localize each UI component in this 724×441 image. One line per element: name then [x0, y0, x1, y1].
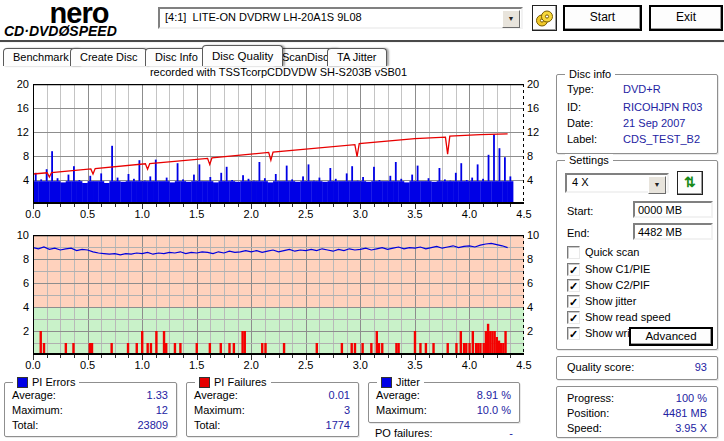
pi-errors-legend-label: PI Errors — [32, 376, 75, 388]
tab-disc-quality[interactable]: Disc Quality — [202, 45, 283, 66]
chevron-down-icon[interactable]: ▼ — [502, 10, 520, 28]
chevron-down-icon[interactable]: ▼ — [648, 176, 666, 194]
po-failures-value: - — [509, 427, 513, 439]
recorded-with-label: recorded with TSSTcorpCDDVDW SH-S203B vS… — [33, 66, 524, 78]
speed-value: 3.95 X — [675, 422, 707, 436]
tab-ta-jitter[interactable]: TA Jitter — [327, 48, 387, 66]
axis-tick-label: 2 — [527, 325, 551, 337]
axis-tick-label: 8 — [527, 150, 551, 162]
axis-tick-label: 2 — [0, 325, 29, 337]
checkbox-label: Show C1/PIE — [585, 263, 650, 275]
stat-label: Maximum: — [194, 404, 245, 418]
stat-label: Average: — [376, 389, 420, 403]
checkbox-show-jitter[interactable]: ✓Show jitter — [567, 294, 636, 308]
jitter-legend: Jitter — [377, 376, 424, 388]
checkbox-label: Show jitter — [585, 295, 636, 307]
refresh-button[interactable]: ⇅ — [677, 171, 703, 195]
pi-failures-legend-label: PI Failures — [214, 376, 267, 388]
tab-create-disc[interactable]: Create Disc — [70, 48, 147, 66]
quality-score-label: Quality score: — [567, 361, 634, 375]
axis-tick-label: 4.0 — [454, 208, 484, 220]
checkbox-box[interactable]: ✓ — [567, 279, 580, 292]
axis-tick-label: 1.5 — [182, 359, 212, 371]
disc-date-label: Date: — [567, 117, 593, 129]
checkbox-box[interactable]: ✓ — [567, 311, 580, 324]
axis-tick-label: 2.0 — [236, 359, 266, 371]
advanced-button[interactable]: Advanced — [629, 327, 713, 346]
axis-tick-label: 6 — [527, 277, 551, 289]
axis-tick-label: 1.0 — [127, 208, 157, 220]
checkbox-quick-scan[interactable]: Quick scan — [567, 245, 639, 259]
stat-label: Maximum: — [12, 404, 63, 418]
checkbox-show-read-speed[interactable]: ✓Show read speed — [567, 310, 671, 324]
checkbox-box[interactable]: ✓ — [567, 263, 580, 276]
position-label: Position: — [567, 407, 609, 421]
app-window: nero CD·DVDØSPEED [4:1] LITE-ON DVDRW LH… — [0, 0, 724, 441]
axis-tick-label: 4 — [527, 301, 551, 313]
stat-value: 1774 — [326, 419, 350, 433]
axis-tick-label: 8 — [0, 253, 29, 265]
pi-errors-stats-box: PI Errors Average:1.33 Maximum:12 Total:… — [4, 382, 177, 437]
disc-type-value: DVD+R — [623, 83, 661, 95]
scan-speed-value: 4 X — [572, 176, 589, 188]
stat-label: Average: — [194, 389, 238, 403]
checkbox-show-c1-pie[interactable]: ✓Show C1/PIE — [567, 262, 650, 276]
axis-tick-label: 4 — [527, 174, 551, 186]
axis-tick-label: 6 — [0, 277, 29, 289]
axis-tick-label: 10 — [527, 229, 551, 241]
axis-tick-label: 8 — [527, 253, 551, 265]
start-position-label: Start: — [567, 205, 593, 217]
axis-tick-label: 16 — [527, 102, 551, 114]
tab-disc-info[interactable]: Disc Info — [145, 48, 208, 66]
stat-value: 23809 — [137, 419, 168, 433]
stat-value: 1.33 — [147, 389, 168, 403]
progress-value: 100 % — [676, 392, 707, 406]
axis-tick-label: 0.5 — [73, 359, 103, 371]
pi-failures-stats-box: PI Failures Average:0.01 Maximum:3 Total… — [186, 382, 359, 437]
axis-tick-label: 3.0 — [345, 208, 375, 220]
axis-tick-label: 4 — [0, 174, 29, 186]
axis-tick-label: 12 — [527, 126, 551, 138]
scan-speed-select[interactable]: 4 X ▼ — [565, 173, 669, 193]
po-failures-row: PO failures: - — [375, 427, 513, 439]
speed-label: Speed: — [567, 422, 602, 436]
disc-id-value: RICOHJPN R03 — [623, 101, 702, 113]
position-value: 4481 MB — [663, 407, 707, 421]
axis-tick-label: 4 — [0, 301, 29, 313]
axis-tick-label: 20 — [0, 78, 29, 90]
axis-tick-label: 4.5 — [509, 208, 539, 220]
pi-failures-swatch-icon — [199, 377, 210, 388]
checkbox-show-c2-pif[interactable]: ✓Show C2/PIF — [567, 278, 650, 292]
stat-value: 10.0 % — [477, 404, 511, 418]
start-position-field[interactable]: 0000 MB — [633, 201, 713, 218]
disc-stack-icon — [535, 10, 554, 27]
disc-label-label: Label: — [567, 133, 597, 145]
axis-tick-label: 1.0 — [127, 359, 157, 371]
axis-tick-label: 20 — [527, 78, 551, 90]
disc-info-box: Disc info Type: DVD+R ID: RICOHJPN R03 D… — [556, 74, 718, 154]
checkbox-box[interactable]: ✓ — [567, 295, 580, 308]
stat-value: 0.01 — [329, 389, 350, 403]
axis-tick-label: 2.5 — [291, 359, 321, 371]
end-position-field[interactable]: 4482 MB — [633, 223, 713, 240]
pi-errors-legend: PI Errors — [13, 376, 79, 388]
checkbox-label: Show read speed — [585, 311, 671, 323]
drive-select-value: [4:1] LITE-ON DVDRW LH-20A1S 9L08 — [165, 11, 362, 23]
stat-label: Average: — [12, 389, 56, 403]
axis-tick-label: 3.5 — [400, 359, 430, 371]
settings-box: Settings 4 X ▼ ⇅ Start: 0000 MB End: 448… — [556, 160, 718, 350]
tab-benchmark[interactable]: Benchmark — [3, 48, 79, 66]
checkbox-label: Show C2/PIF — [585, 279, 650, 291]
disc-stack-button[interactable] — [532, 5, 557, 31]
po-failures-label: PO failures: — [375, 427, 432, 439]
axis-tick-label: 2.5 — [291, 208, 321, 220]
checkbox-box[interactable] — [567, 246, 580, 259]
jitter-legend-label: Jitter — [396, 376, 420, 388]
end-position-label: End: — [567, 227, 590, 239]
checkbox-box[interactable]: ✓ — [567, 327, 580, 340]
start-button[interactable]: Start — [563, 5, 642, 31]
drive-select[interactable]: [4:1] LITE-ON DVDRW LH-20A1S 9L08 ▼ — [158, 7, 523, 29]
jitter-swatch-icon — [381, 377, 392, 388]
axis-tick-label: 2.0 — [236, 208, 266, 220]
exit-button[interactable]: Exit — [649, 5, 723, 31]
